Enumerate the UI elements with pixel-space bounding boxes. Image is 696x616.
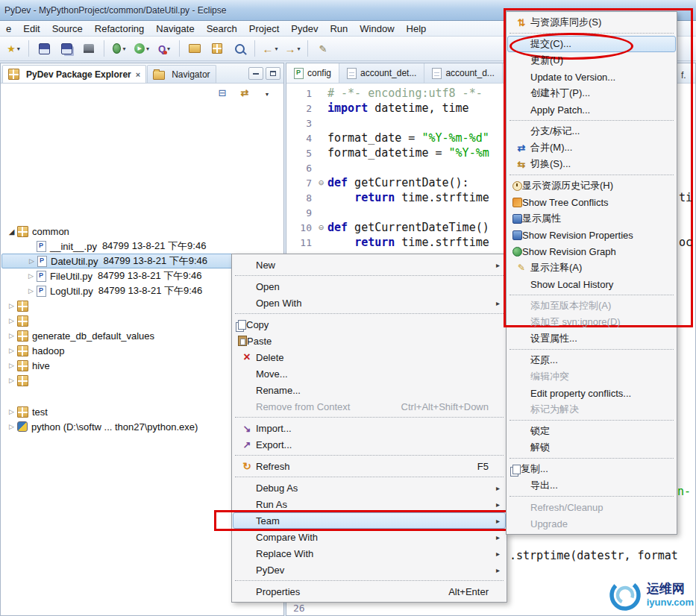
view-tab-navigator[interactable]: Navigator [147, 65, 216, 83]
search-button[interactable] [229, 40, 250, 57]
team-submenu-item-commit[interactable]: 提交(C)... [507, 36, 676, 52]
menubar-item-e[interactable]: e [0, 22, 17, 35]
context-menu-item-copy[interactable]: Copy [233, 316, 506, 333]
expand-arrow-icon[interactable]: ▷ [6, 332, 17, 339]
team-submenu-item-switch[interactable]: 切换(S)... [507, 156, 676, 172]
team-submenu-item-refresh-cleanup[interactable]: Refresh/Cleanup [507, 499, 676, 515]
expand-arrow-icon[interactable]: ▷ [6, 423, 17, 430]
view-tab-pydev-package-explorer[interactable]: PyDev Package Explorer× [2, 65, 146, 83]
team-submenu-item-update-to-version[interactable]: Update to Version... [507, 69, 676, 85]
expand-arrow-icon[interactable]: ▷ [6, 362, 17, 369]
fold-marker-icon[interactable]: ⊖ [315, 222, 327, 233]
tree-item-init-py[interactable]: __init__.py84799 13-8-21 下午9:46 [1, 239, 283, 254]
team-submenu-item-show-resource-history[interactable]: 显示资源历史记录(H) [507, 177, 676, 194]
expand-arrow-icon[interactable]: ▷ [6, 408, 17, 415]
team-submenu-item-sync-with-repository[interactable]: 与资源库同步(S) [507, 14, 676, 31]
context-menu-item-export[interactable]: Export... [233, 436, 506, 453]
expand-arrow-icon[interactable]: ▷ [6, 317, 17, 324]
view-menu-button[interactable] [260, 86, 275, 99]
new-folder-button[interactable] [184, 40, 205, 57]
dropdown-arrow-icon[interactable]: ▾ [167, 45, 170, 52]
menubar-item-refactoring[interactable]: Refactoring [89, 22, 150, 35]
expand-arrow-icon[interactable]: ▷ [6, 302, 17, 309]
debug-button[interactable]: ▾ [109, 40, 130, 57]
team-submenu-item-unlock[interactable]: 解锁 [507, 439, 676, 456]
dropdown-arrow-icon[interactable]: ▾ [146, 45, 149, 52]
tree-item-common[interactable]: ◢common [1, 224, 283, 239]
context-menu-item-delete[interactable]: Delete [233, 349, 506, 365]
dropdown-arrow-icon[interactable]: ▾ [297, 45, 300, 52]
dropdown-arrow-icon[interactable]: ▾ [122, 45, 125, 52]
context-menu-item-remove-from-context[interactable]: Remove from ContextCtrl+Alt+Shift+Down [233, 398, 506, 415]
expand-arrow-icon[interactable]: ▷ [6, 347, 17, 354]
menubar-item-run[interactable]: Run [324, 22, 354, 35]
context-menu-item-compare-with[interactable]: Compare With▸ [233, 529, 506, 545]
print-button[interactable] [78, 40, 99, 57]
context-menu-item-move[interactable]: Move... [233, 365, 506, 382]
new-wizard-button[interactable]: ▾ [3, 40, 24, 57]
team-submenu-item-show-revision-properties[interactable]: Show Revision Properties [507, 227, 676, 243]
team-submenu-item-create-patch[interactable]: 创建补丁(P)... [507, 85, 676, 101]
save-button[interactable] [34, 40, 54, 57]
expand-arrow-icon[interactable]: ◢ [6, 227, 17, 236]
last-edit-location-button[interactable] [313, 40, 333, 57]
context-menu-item-open[interactable]: Open [233, 278, 506, 295]
expand-arrow-icon[interactable]: ▷ [6, 377, 17, 384]
team-submenu-item-add-to-version-control[interactable]: 添加至版本控制(A) [507, 298, 676, 314]
context-menu-item-properties[interactable]: PropertiesAlt+Enter [233, 583, 506, 600]
context-menu-item-new[interactable]: New▸ [233, 257, 506, 273]
dropdown-arrow-icon[interactable]: ▾ [275, 45, 278, 52]
expand-arrow-icon[interactable]: ▷ [26, 257, 37, 265]
team-submenu-item-set-property[interactable]: 设置属性... [507, 330, 676, 347]
team-submenu-item-lock[interactable]: 锁定 [507, 423, 676, 439]
profile-button[interactable]: ▾ [154, 40, 175, 57]
dropdown-arrow-icon[interactable]: ▾ [17, 45, 20, 52]
team-submenu-item-show-annotation[interactable]: 显示注释(A) [507, 260, 676, 276]
context-menu-item-run-as[interactable]: Run As▸ [233, 496, 506, 512]
expand-arrow-icon[interactable]: ▷ [25, 287, 37, 295]
team-submenu-item-show-revision-graph[interactable]: Show Revision Graph [507, 243, 676, 260]
menubar-item-edit[interactable]: Edit [17, 22, 46, 35]
team-submenu-item-copy[interactable]: 复制... [507, 461, 676, 477]
team-submenu-item-show-local-history[interactable]: Show Local History [507, 276, 676, 292]
team-submenu-item-add-to-svn-ignore[interactable]: 添加至 svn:ignore(D) [507, 314, 676, 330]
team-submenu-item-export[interactable]: 导出... [507, 477, 676, 494]
editor-tab-config[interactable]: config [286, 63, 339, 83]
team-submenu-item-edit-property-conflicts[interactable]: Edit property conflicts... [507, 385, 676, 401]
back-button[interactable]: ▾ [260, 40, 280, 57]
menubar-item-help[interactable]: Help [401, 22, 433, 35]
team-submenu-item-edit-conflicts[interactable]: 编辑冲突 [507, 368, 676, 385]
collapse-all-button[interactable] [215, 86, 230, 99]
menubar-item-search[interactable]: Search [201, 22, 243, 35]
team-submenu-item-merge[interactable]: 合并(M)... [507, 139, 676, 156]
run-button[interactable]: ▾ [131, 40, 152, 57]
context-menu-item-debug-as[interactable]: Debug As▸ [233, 480, 506, 496]
team-submenu-item-apply-patch[interactable]: Apply Patch... [507, 101, 676, 118]
team-submenu-item-mark-resolved[interactable]: 标记为解决 [507, 401, 676, 418]
menubar-item-navigate[interactable]: Navigate [150, 22, 200, 35]
context-menu-item-open-with[interactable]: Open With▸ [233, 295, 506, 311]
new-package-button[interactable] [207, 40, 228, 57]
team-submenu-item-show-properties[interactable]: 显示属性 [507, 210, 676, 227]
context-menu-item-pydev[interactable]: PyDev▸ [233, 562, 506, 578]
minimize-button[interactable] [248, 67, 263, 80]
team-submenu-item-update[interactable]: 更新(U) [507, 52, 676, 69]
save-all-button[interactable] [56, 40, 77, 57]
close-icon[interactable]: × [136, 70, 140, 79]
team-submenu-item-upgrade[interactable]: Upgrade [507, 515, 676, 532]
context-menu-item-import[interactable]: Import... [233, 420, 506, 436]
editor-tab-account-det[interactable]: account_det... [339, 63, 424, 83]
menubar-item-project[interactable]: Project [243, 22, 285, 35]
editor-tab-account-d[interactable]: account_d... [424, 63, 502, 83]
context-menu-item-replace-with[interactable]: Replace With▸ [233, 545, 506, 562]
context-menu-item-team[interactable]: Team▸ [233, 512, 506, 529]
forward-button[interactable]: ▾ [282, 40, 303, 57]
context-menu-item-refresh[interactable]: RefreshF5 [233, 458, 506, 474]
context-menu-item-paste[interactable]: Paste [233, 333, 506, 349]
team-submenu-item-revert[interactable]: 还原... [507, 352, 676, 368]
expand-arrow-icon[interactable]: ▷ [25, 272, 37, 280]
menubar-item-source[interactable]: Source [46, 22, 89, 35]
menubar-item-pydev[interactable]: Pydev [285, 22, 324, 35]
team-submenu-item-branch-tag[interactable]: 分支/标记... [507, 123, 676, 139]
team-submenu-item-show-tree-conflicts[interactable]: Show Tree Conflicts [507, 194, 676, 210]
